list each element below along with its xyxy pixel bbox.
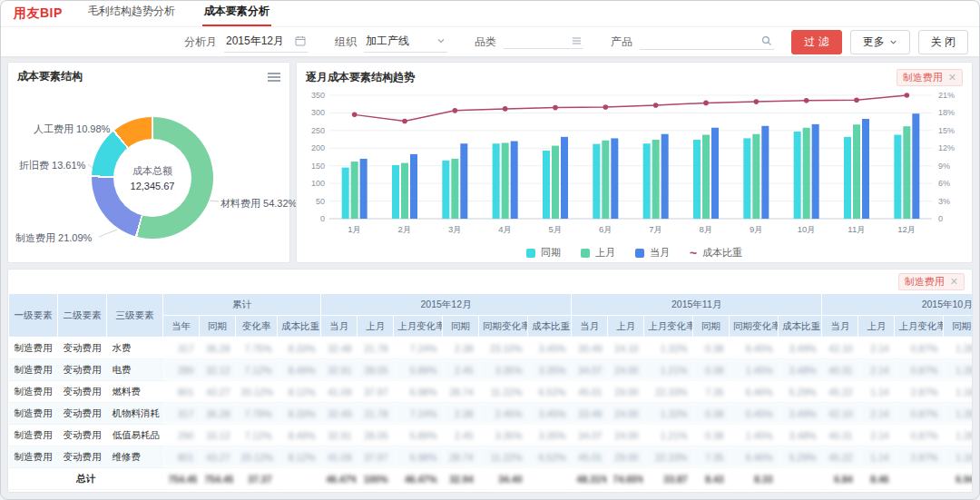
table-cell-value: 801: [163, 446, 200, 468]
table-cell-value: 0.87%: [895, 359, 944, 381]
table-cell-value: 2.45%: [479, 403, 528, 425]
chevron-down-icon[interactable]: [436, 36, 446, 45]
search-icon[interactable]: [761, 35, 772, 46]
table-cell-value: 280: [163, 359, 200, 381]
category-input[interactable]: [504, 34, 583, 49]
table-cell-value: 1.32%: [644, 338, 693, 359]
table-cell-value: 0.87%: [895, 338, 944, 359]
org-value: 加工产线: [366, 34, 409, 49]
table-cell-value: 24.10: [608, 338, 644, 359]
table-cell-value: 36.28: [200, 403, 236, 425]
filter-button[interactable]: 过 滤: [791, 30, 841, 54]
table-scroll-area[interactable]: 一级要素二级要素三级要素累计2015年12月2015年11月2015年10月当年…: [8, 293, 972, 492]
filter-bar: 分析月 2015年12月 组织 加工产线 品类: [1, 26, 979, 56]
table-cell-total-value: 48.31%: [572, 468, 608, 490]
table-cell-value: 0.87%: [895, 425, 944, 446]
table-row[interactable]: 制造费用变动费用电费28032.127.12%8.49%32.9128.055.…: [9, 359, 973, 381]
trend-chart-area: 00503%1006%1509%20012%25015%30018%35021%…: [297, 88, 972, 260]
monthly-trend-panel: 逐月成本要素结构趋势 制造费用 ✕ 00503%1006%1509%20012%…: [296, 62, 973, 263]
table-cell-value: 20.12%: [236, 381, 278, 403]
org-select[interactable]: 加工产线: [364, 32, 447, 53]
table-cell-value: 2.14: [858, 359, 895, 381]
column-header: 二级要素: [58, 294, 107, 338]
table-cell-value: 1.32%: [644, 403, 693, 425]
list-icon[interactable]: [572, 36, 582, 45]
product-search-input[interactable]: [640, 34, 774, 50]
column-group-header: 累计: [163, 294, 321, 316]
table-cell-value: 2.38: [443, 338, 479, 359]
trend-chart[interactable]: 00503%1006%1509%20012%25015%30018%35021%…: [300, 88, 970, 240]
table-row[interactable]: 制造费用变动费用低值易耗品29033.127.12%8.49%32.9128.0…: [9, 425, 973, 446]
org-field: 组织 加工产线: [335, 32, 447, 53]
column-header: 成本比重: [528, 316, 572, 338]
column-header: 同期: [443, 316, 479, 338]
donut-hole: [113, 139, 191, 217]
legend-item-bar[interactable]: 当月: [635, 246, 670, 260]
filter-chip[interactable]: 制造费用 ✕: [897, 69, 963, 86]
table-cell-value: 11.22%: [479, 381, 528, 403]
table-cell-value: 6.52%: [528, 446, 572, 468]
table-cell-value: 1.18: [944, 446, 972, 468]
month-picker[interactable]: 2015年12月: [224, 32, 308, 53]
column-header: 一级要素: [9, 294, 58, 338]
table-cell-total-value: 6.94: [944, 468, 972, 490]
table-cell-label: 变动费用: [58, 338, 107, 359]
svg-text:150: 150: [311, 162, 325, 171]
table-cell-value: 2.45: [443, 425, 479, 446]
filter-actions: 过 滤 更多 关 闭: [791, 30, 968, 54]
table-cell-value: 28.05: [358, 425, 394, 446]
legend-item-bar[interactable]: 同期: [526, 246, 561, 260]
svg-text:12月: 12月: [897, 224, 916, 234]
donut-chart-area: 成本总额 12,345.67 人工费用 10.98% 折旧费 13.61% 制造…: [8, 86, 289, 259]
table-cell-total-value: 74.65%: [608, 468, 644, 490]
app-window: 用友BIP 毛利结构趋势分析 成本要素分析 分析月 2015年12月 组织 加工…: [0, 0, 980, 500]
tab-gross-margin-analysis[interactable]: 毛利结构趋势分析: [86, 0, 177, 26]
table-cell-label: 变动费用: [58, 403, 107, 425]
table-cell-value: 28.74: [443, 446, 479, 468]
table-cell-value: 21.78: [358, 338, 394, 359]
table-cell-total-value: 8.33: [730, 468, 779, 490]
filter-chip[interactable]: 制造费用 ✕: [898, 273, 965, 290]
svg-text:8月: 8月: [700, 224, 713, 234]
table-row[interactable]: 制造费用变动费用机物料消耗31736.287.79%8.33%32.4921.7…: [9, 403, 973, 425]
table-row[interactable]: 制造费用变动费用水费31736.287.75%8.33%32.4821.787.…: [9, 338, 973, 359]
svg-text:15%: 15%: [938, 126, 955, 135]
table-cell-value: 40.31: [822, 425, 858, 446]
table-cell-value: 3.48%: [779, 425, 822, 446]
table-cell-value: 24.00: [608, 359, 644, 381]
close-button[interactable]: 关 闭: [918, 30, 968, 54]
panel-header: 成本要素结构: [8, 63, 289, 86]
table-cell-value: 32.91: [321, 425, 358, 446]
column-header: 成本比重: [278, 316, 321, 338]
legend-item-line[interactable]: ~成本比重: [690, 246, 742, 260]
table-cell-value: 7.24%: [394, 403, 443, 425]
table-cell-total-value: 6.84: [822, 468, 858, 490]
column-header: 当月: [572, 316, 608, 338]
chip-close-icon[interactable]: ✕: [950, 277, 958, 287]
table-cell-value: 1.45%: [730, 359, 779, 381]
table-cell-value: 20.12%: [236, 446, 278, 468]
column-header: 上月变化率: [895, 316, 944, 338]
table-row[interactable]: 制造费用变动费用燃料费80143.2720.12%8.12%41.0937.97…: [9, 381, 973, 403]
svg-text:300: 300: [311, 108, 325, 117]
nav-tabs: 毛利结构趋势分析 成本要素分析: [86, 0, 271, 26]
table-cell-value: 21.78: [358, 403, 394, 425]
charts-row: 成本要素结构 成本总额 12,345.67 人工费用 10.98% 折旧费 13…: [1, 56, 979, 263]
more-button[interactable]: 更多: [850, 30, 910, 54]
table-cell-value: 28.74: [443, 381, 479, 403]
column-header: 上月: [358, 316, 394, 338]
calendar-icon[interactable]: [295, 35, 306, 46]
panel-title: 成本要素结构: [17, 69, 83, 84]
column-header: 当月: [321, 316, 358, 338]
table-cell-value: 1.18: [944, 381, 972, 403]
menu-icon[interactable]: [268, 73, 280, 82]
table-cell-value: 8.33%: [278, 403, 321, 425]
table-row[interactable]: 制造费用变动费用维修费80143.2720.12%8.12%41.0937.97…: [9, 446, 973, 468]
chip-close-icon[interactable]: ✕: [948, 73, 956, 83]
legend-line-icon: ~: [690, 249, 697, 258]
table-cell-value: 0.45%: [730, 403, 779, 425]
legend-item-bar[interactable]: 上月: [581, 246, 615, 260]
more-button-label: 更多: [863, 34, 885, 50]
table-cell-value: 3.48%: [779, 359, 822, 381]
tab-cost-element-analysis[interactable]: 成本要素分析: [202, 0, 271, 26]
